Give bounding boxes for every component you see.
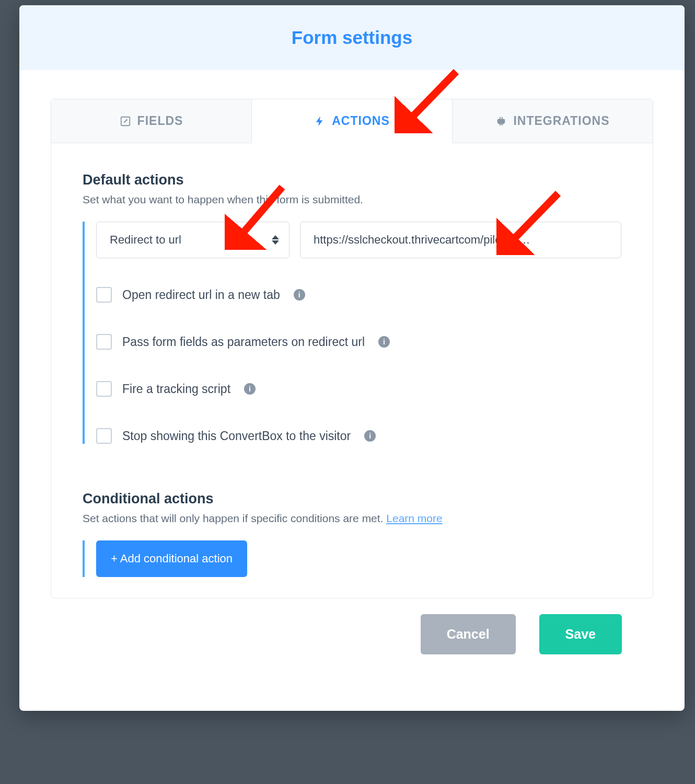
action-type-select-wrap — [96, 222, 289, 258]
label-pass-params: Pass form fields as parameters on redire… — [122, 335, 365, 349]
info-icon[interactable]: i — [378, 336, 390, 348]
tab-integrations[interactable]: INTEGRATIONS — [453, 99, 653, 143]
checkbox-fire-tracking[interactable] — [96, 381, 112, 397]
tab-integrations-label: INTEGRATIONS — [513, 114, 609, 128]
option-open-new-tab: Open redirect url in a new tab i — [96, 287, 621, 303]
edit-icon — [120, 116, 131, 127]
default-actions-title: Default actions — [83, 172, 621, 188]
label-fire-tracking: Fire a tracking script — [122, 382, 230, 396]
checkbox-open-new-tab[interactable] — [96, 287, 112, 303]
conditional-actions-title: Conditional actions — [83, 491, 621, 507]
learn-more-link[interactable]: Learn more — [386, 512, 442, 524]
tab-actions-label: ACTIONS — [332, 114, 390, 128]
checkbox-stop-showing[interactable] — [96, 428, 112, 444]
option-pass-params: Pass form fields as parameters on redire… — [96, 334, 621, 350]
default-actions-section: Default actions Set what you want to hap… — [51, 143, 653, 480]
save-button[interactable]: Save — [539, 614, 622, 654]
conditional-actions-subtitle: Set actions that will only happen if spe… — [83, 512, 621, 525]
redirect-url-input[interactable] — [300, 222, 621, 258]
label-open-new-tab: Open redirect url in a new tab — [122, 288, 280, 302]
option-stop-showing: Stop showing this ConvertBox to the visi… — [96, 428, 621, 444]
tab-actions[interactable]: ACTIONS — [252, 99, 453, 143]
modal-footer: Cancel Save — [51, 598, 653, 679]
info-icon[interactable]: i — [364, 430, 376, 442]
tab-fields[interactable]: FIELDS — [51, 99, 252, 143]
modal-header: Form settings — [19, 5, 685, 70]
lightning-icon — [314, 116, 326, 127]
tabs: FIELDS ACTIONS INTEGRATIONS — [51, 99, 653, 143]
info-icon[interactable]: i — [294, 289, 305, 301]
plug-icon — [495, 116, 507, 127]
info-icon[interactable]: i — [244, 383, 256, 395]
label-stop-showing: Stop showing this ConvertBox to the visi… — [122, 429, 351, 443]
add-conditional-action-button[interactable]: + Add conditional action — [96, 540, 247, 577]
option-fire-tracking: Fire a tracking script i — [96, 381, 621, 397]
form-settings-modal: Form settings FIELDS ACTIONS — [19, 5, 685, 711]
settings-panel: FIELDS ACTIONS INTEGRATIONS — [51, 99, 653, 598]
conditional-actions-section: Conditional actions Set actions that wil… — [51, 480, 653, 598]
tab-fields-label: FIELDS — [137, 114, 183, 128]
cancel-button[interactable]: Cancel — [421, 614, 516, 654]
modal-title: Form settings — [30, 27, 674, 48]
action-type-select[interactable] — [96, 222, 289, 258]
checkbox-pass-params[interactable] — [96, 334, 112, 350]
default-actions-subtitle: Set what you want to happen when this fo… — [83, 193, 621, 206]
